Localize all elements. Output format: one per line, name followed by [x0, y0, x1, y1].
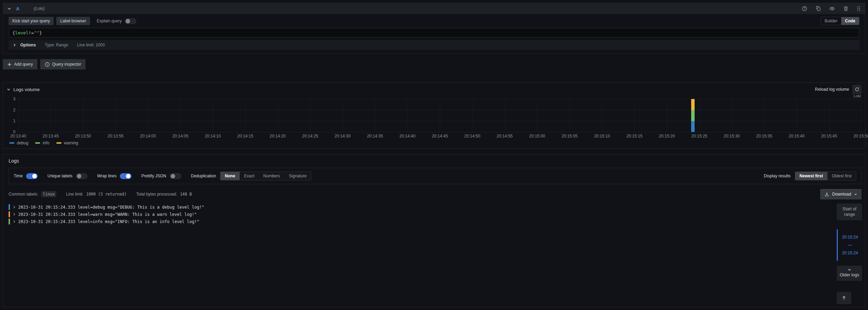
eye-icon: [829, 6, 835, 11]
help-icon: [802, 6, 807, 11]
x-axis-tick-label: 20:13:55: [107, 134, 124, 139]
download-icon: [824, 192, 829, 197]
options-line-limit: Line limit: 1000: [77, 43, 105, 47]
gridline-vertical: [635, 99, 635, 132]
line-limit-label: Line limit:: [66, 192, 83, 197]
dedup-option-exact[interactable]: Exact: [240, 172, 259, 180]
gridline-vertical: [375, 99, 375, 132]
chart-legend: debuginfowarning: [9, 140, 861, 146]
toggle-prettify-json: Prettify JSON: [141, 173, 181, 179]
toggle-switch[interactable]: [26, 173, 38, 179]
editor-mode-builder[interactable]: Builder: [821, 17, 841, 25]
x-axis-tick-label: 20:14:05: [172, 134, 189, 139]
download-button[interactable]: Download: [820, 189, 861, 199]
bar-segment-debug[interactable]: [691, 121, 695, 132]
older-logs-button[interactable]: Older logs: [837, 266, 862, 281]
toggle-knob: [126, 174, 130, 178]
gridline-vertical: [245, 99, 245, 132]
gridline-vertical: [829, 99, 830, 132]
label-browser-button[interactable]: Label browser: [56, 17, 90, 25]
start-of-range-button[interactable]: Start of range: [837, 203, 862, 220]
query-actions: Add query Query inspector: [3, 59, 865, 69]
gridline-vertical: [537, 99, 537, 132]
toggle-knob: [171, 174, 175, 178]
editor-mode-code[interactable]: Code: [841, 17, 859, 25]
x-axis-tick-label: 20:15:45: [821, 134, 837, 139]
range-to: 20:15:24: [838, 251, 862, 255]
y-axis-tick-label: 2: [7, 108, 15, 112]
gridline-vertical: [570, 99, 570, 132]
query-code-editor[interactable]: {level!=""}: [9, 28, 859, 37]
x-axis-tick-label: 20:13:40: [10, 134, 26, 139]
gridline-vertical: [310, 99, 310, 132]
x-axis-tick-label: 20:15:25: [691, 134, 707, 139]
toggle-knob: [32, 174, 37, 178]
x-axis-tick-label: 20:14:55: [497, 134, 513, 139]
query-inspector-button[interactable]: Query inspector: [40, 59, 86, 69]
y-axis-tick-label: 3: [7, 97, 15, 101]
query-content: Kick start your query Label browser Expl…: [3, 14, 865, 53]
query-inspector-label: Query inspector: [52, 62, 81, 67]
display-option-newest-first[interactable]: Newest first: [795, 172, 827, 180]
display-results-options: Newest firstOldest first: [795, 171, 856, 180]
logs-navigation: Start of range 20:15:24 — 20:15:24 Older…: [837, 203, 862, 304]
x-axis-tick-label: 20:15:20: [659, 134, 675, 139]
add-query-button[interactable]: Add query: [3, 59, 37, 69]
reload-log-volume-label[interactable]: Reload log volume: [815, 87, 849, 92]
toggle-label: Wrap lines: [97, 174, 116, 178]
logs-controls: TimeUnique labelsWrap linesPrettify JSON…: [9, 168, 861, 184]
dedup-option-none[interactable]: None: [220, 172, 240, 180]
download-label: Download: [832, 192, 851, 197]
editor-mode-group: Builder Code: [821, 17, 859, 25]
dedup-option-numbers[interactable]: Numbers: [259, 172, 285, 180]
remove-query-button[interactable]: [843, 6, 848, 11]
logs-volume-actions: Reload log volume: [815, 85, 861, 94]
log-row-info[interactable]: 2023-10-31 20:15:24.333 level=info msg="…: [9, 218, 833, 225]
chevron-down-icon: [7, 87, 11, 91]
chevron-right-icon: [13, 43, 16, 47]
bar-segment-info[interactable]: [691, 110, 695, 121]
chart-plot-area[interactable]: 0123: [18, 99, 861, 132]
chevron-right-icon: [13, 213, 16, 216]
datasource-hint: (Loki): [34, 6, 44, 11]
gridline-vertical: [408, 99, 408, 132]
scroll-to-top-button[interactable]: [837, 292, 851, 304]
help-button[interactable]: [802, 6, 807, 11]
query-ref-id[interactable]: A: [16, 6, 19, 11]
gridline-vertical: [180, 99, 181, 132]
logs-volume-chart: 0123 20:13:4020:13:4520:13:5020:13:5520:…: [7, 99, 861, 146]
collapse-query-row-button[interactable]: [7, 7, 11, 11]
range-indicator[interactable]: 20:15:24 — 20:15:24: [837, 229, 862, 261]
toggle-knob: [77, 174, 81, 178]
bar-segment-warning[interactable]: [691, 99, 695, 110]
reload-log-volume-button[interactable]: [853, 85, 861, 94]
dedup-option-signature[interactable]: Signature: [285, 172, 311, 180]
query-options-collapsed[interactable]: Options Type: Range Line limit: 1000: [9, 40, 859, 50]
toggle-switch[interactable]: [76, 173, 88, 179]
gridline-vertical: [50, 99, 51, 132]
toggle-unique-labels: Unique labels: [47, 173, 88, 179]
x-axis-tick-label: 20:14:10: [205, 134, 221, 139]
explore-page: A (Loki): [0, 0, 868, 310]
legend-item-info[interactable]: info: [35, 141, 49, 145]
display-option-oldest-first[interactable]: Oldest first: [827, 172, 856, 180]
toggle-switch[interactable]: [170, 173, 181, 179]
log-row-debug[interactable]: 2023-10-31 20:15:24.333 level=debug msg=…: [9, 203, 833, 211]
common-labels-label: Common labels:: [9, 192, 38, 197]
explain-query-toggle[interactable]: [125, 18, 136, 24]
gridline-vertical: [148, 99, 148, 132]
collapse-logs-volume-button[interactable]: [7, 87, 11, 91]
toggle-wrap-lines: Wrap lines: [97, 173, 132, 179]
hide-response-button[interactable]: [829, 6, 835, 11]
drag-query-handle[interactable]: [857, 6, 861, 11]
query-row-header: A (Loki): [3, 3, 865, 14]
legend-item-debug[interactable]: debug: [9, 141, 28, 145]
toggle-label: Prettify JSON: [141, 174, 166, 178]
legend-item-warning[interactable]: warning: [56, 141, 78, 145]
duplicate-query-button[interactable]: [815, 6, 821, 11]
drag-handle-icon: [857, 6, 861, 11]
log-row-warn[interactable]: 2023-10-31 20:15:24.333 level=warn msg="…: [9, 211, 833, 218]
toggle-switch[interactable]: [120, 173, 132, 179]
kick-start-query-button[interactable]: Kick start your query: [9, 17, 54, 25]
logs-volume-title: Logs volume: [13, 87, 40, 92]
